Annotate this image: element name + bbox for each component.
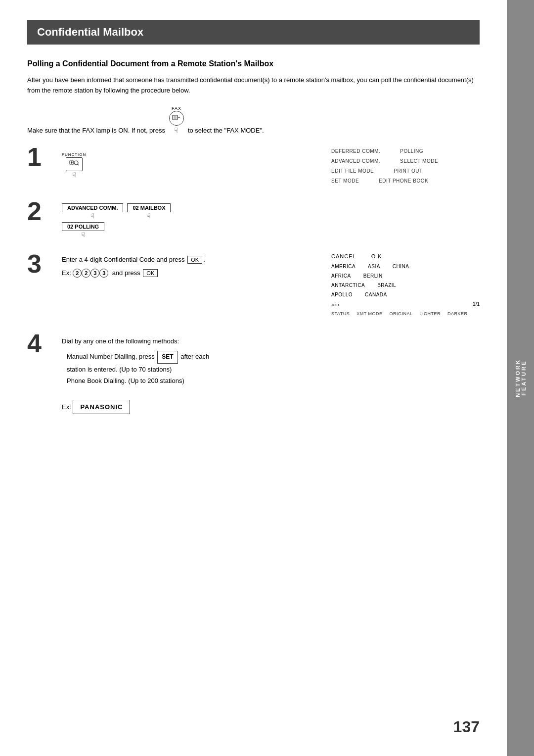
- status-item-lighter: LIGHTER: [420, 310, 441, 318]
- fax-mode-line: Make sure that the FAX lamp is ON. If no…: [27, 106, 480, 134]
- side-tab-text: NETWORK FEATURE: [515, 359, 527, 397]
- advanced-comm-label: ADVANCED COMM.: [67, 205, 118, 211]
- intro-text: After you have been informed that someon…: [27, 75, 480, 96]
- ex-label: Ex:: [62, 403, 73, 411]
- step-2-number: 2: [27, 198, 62, 224]
- comm-display-row1: ADVANCED COMM. ☟ 02 MAILBOX ☟: [62, 203, 321, 220]
- mailbox-label: 02 MAILBOX: [133, 205, 165, 211]
- set-btn: SET: [157, 351, 178, 364]
- menu-item-polling: POLLING: [400, 146, 423, 156]
- menu-row-2: ADVANCED COMM. SELECT MODE: [331, 156, 480, 166]
- side-tab-line1: NETWORK: [515, 359, 521, 397]
- menu-item-print-out: PRINT OUT: [394, 166, 422, 176]
- country-display: AMERICA ASIA CHINA AFRICA BERLIN ANTARCT…: [331, 262, 480, 318]
- fax-hand-icon: ☟: [174, 126, 178, 134]
- svg-text:✱: ✱: [70, 161, 73, 164]
- menu-item-advanced: ADVANCED COMM.: [331, 156, 380, 166]
- country-apollo: APOLLO: [331, 290, 353, 299]
- step-1-row: 1 FUNCTION ✱ ☟: [27, 146, 480, 186]
- fax-line-prefix: Make sure that the FAX lamp is ON. If no…: [27, 127, 165, 134]
- menu-row-4: SET MODE EDIT PHONE BOOK: [331, 176, 480, 186]
- menu-item-select-mode: SELECT MODE: [400, 156, 438, 166]
- advanced-hand: ☟: [90, 212, 94, 220]
- main-page: Confidential Mailbox Polling a Confident…: [0, 0, 507, 756]
- polling-label: 02 POLLING: [67, 224, 99, 230]
- status-item-xmt: XMT MODE: [356, 310, 382, 318]
- step-3-content: Enter a 4-digit Confidential Code and pr…: [62, 253, 321, 278]
- step4-title: Dial by any one of the following methods…: [62, 335, 480, 347]
- function-label: FUNCTION: [62, 152, 86, 157]
- polling-tab: 02 POLLING: [62, 222, 104, 231]
- country-asia: ASIA: [368, 262, 380, 271]
- function-btn-box: ✱: [66, 157, 83, 171]
- subtitle: Polling a Confidential Document from a R…: [27, 59, 480, 68]
- svg-line-6: [78, 164, 79, 165]
- status-bar: STATUS XMT MODE ORIGINAL LIGHTER DARKER: [331, 310, 480, 318]
- cancel-label: CANCEL: [331, 253, 356, 259]
- polling-hand: ☟: [81, 231, 85, 238]
- country-china: CHINA: [393, 262, 409, 271]
- step4-example: Ex: PANASONIC: [62, 396, 480, 414]
- step4-text: Dial by any one of the following methods…: [62, 335, 480, 414]
- mailbox-hand: ☟: [147, 212, 151, 220]
- job-label: JOB: [331, 301, 480, 309]
- menu-item-set-mode: SET MODE: [331, 176, 359, 186]
- fax-line-suffix: to select the "FAX MODE".: [188, 127, 264, 134]
- status-item-status: STATUS: [331, 310, 350, 318]
- step3-instruction: Enter a 4-digit Confidential Code and pr…: [62, 256, 321, 264]
- fax-button-icon: FAX ☟: [169, 106, 184, 134]
- menu-row-3: EDIT FILE MODE PRINT OUT: [331, 166, 480, 176]
- menu-item-edit-file: EDIT FILE MODE: [331, 166, 374, 176]
- country-antarctica: ANTARCTICA: [331, 281, 365, 290]
- step-3-number: 3: [27, 251, 62, 277]
- circle-2a: 2: [73, 269, 82, 278]
- country-brazil: BRAZIL: [377, 281, 396, 290]
- country-canada: CANADA: [365, 290, 387, 299]
- country-america: AMERICA: [331, 262, 356, 271]
- fax-label: FAX: [172, 106, 181, 111]
- step-2-content: ADVANCED COMM. ☟ 02 MAILBOX ☟ 02 POLLING: [62, 201, 321, 238]
- mailbox-btn: 02 MAILBOX ☟: [127, 203, 171, 220]
- step4-method1: Manual Number Dialling, press SET after …: [62, 351, 480, 375]
- status-item-darker: DARKER: [447, 310, 468, 318]
- side-tab: NETWORK FEATURE: [507, 0, 534, 756]
- menu-row-1: DEFERRED COMM. POLLING: [331, 146, 480, 156]
- step-4-number: 4: [27, 331, 62, 356]
- menu-item-edit-phone: EDIT PHONE BOOK: [379, 176, 428, 186]
- step-1-number: 1: [27, 144, 62, 170]
- menu-display: DEFERRED COMM. POLLING ADVANCED COMM. SE…: [331, 146, 480, 186]
- ok-btn-ex: OK: [143, 269, 158, 277]
- step-1-menu: DEFERRED COMM. POLLING ADVANCED COMM. SE…: [321, 146, 480, 186]
- ok-display: O K: [371, 253, 382, 259]
- country-row-3: ANTARCTICA BRAZIL 1/1: [331, 281, 480, 290]
- circle-3a: 3: [90, 269, 99, 278]
- circle-2b: 2: [82, 269, 90, 278]
- step4-method2: Phone Book Dialling. (Up to 200 stations…: [62, 375, 480, 386]
- status-bar-container: JOB STATUS XMT MODE ORIGINAL LIGHTER DAR…: [331, 301, 480, 318]
- country-africa: AFRICA: [331, 271, 351, 281]
- step-2-row: 2 ADVANCED COMM. ☟ 02 MAILBOX ☟: [27, 201, 480, 238]
- step-1-content: FUNCTION ✱ ☟: [62, 146, 321, 181]
- country-row-4: APOLLO CANADA: [331, 290, 480, 299]
- fax-circle-btn: [169, 111, 184, 126]
- country-berlin: BERLIN: [363, 271, 383, 281]
- status-item-original: ORIGINAL: [390, 310, 413, 318]
- advanced-comm-tab: ADVANCED COMM.: [62, 203, 123, 212]
- ok-btn-inline: OK: [187, 256, 202, 264]
- mailbox-tab: 02 MAILBOX: [127, 203, 171, 212]
- step1-hand: ☟: [72, 171, 76, 179]
- step-4-content: Dial by any one of the following methods…: [62, 333, 480, 414]
- step-3-row: 3 Enter a 4-digit Confidential Code and …: [27, 253, 480, 318]
- step-4-row: 4 Dial by any one of the following metho…: [27, 333, 480, 414]
- menu-item-deferred: DEFERRED COMM.: [331, 146, 380, 156]
- side-tab-line2: FEATURE: [521, 360, 527, 396]
- svg-rect-1: [174, 116, 177, 119]
- country-row-2: AFRICA BERLIN: [331, 271, 480, 281]
- header-title: Confidential Mailbox: [37, 26, 143, 38]
- svg-point-5: [74, 161, 78, 165]
- panasonic-label: PANASONIC: [73, 400, 130, 414]
- page-number: 137: [453, 718, 480, 736]
- cancel-ok-row: CANCEL O K: [331, 253, 480, 259]
- country-row-1: AMERICA ASIA CHINA: [331, 262, 480, 271]
- advanced-comm-btn: ADVANCED COMM. ☟: [62, 203, 123, 220]
